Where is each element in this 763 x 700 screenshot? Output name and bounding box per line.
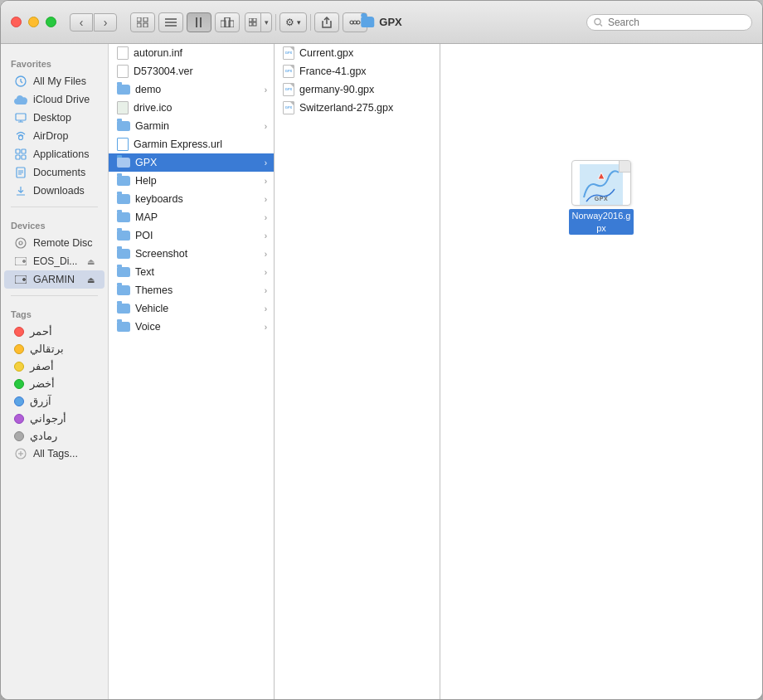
list-item-gpx[interactable]: GPX › xyxy=(109,153,274,172)
view-cover-button[interactable] xyxy=(215,12,240,32)
sidebar-tag-blue[interactable]: آزرق xyxy=(4,392,104,410)
desktop-icon xyxy=(14,111,27,124)
sidebar-item-label: Applications xyxy=(33,148,89,160)
search-input[interactable] xyxy=(608,17,745,28)
sidebar-tag-red[interactable]: أحمر xyxy=(4,323,104,340)
nav-buttons: ‹ › xyxy=(70,13,117,32)
eject-icon[interactable]: ⏏ xyxy=(87,257,95,266)
sidebar-tag-gray[interactable]: رمادي xyxy=(4,427,104,445)
svg-point-35 xyxy=(16,238,26,248)
back-button[interactable]: ‹ xyxy=(70,13,93,32)
list-item[interactable]: Screenshot › xyxy=(109,245,274,263)
folder-icon xyxy=(117,267,130,277)
list-item[interactable]: Garmin Express.url xyxy=(109,135,274,153)
svg-rect-13 xyxy=(253,18,256,22)
list-item[interactable]: drive.ico xyxy=(109,99,274,117)
chevron-right-icon: › xyxy=(265,177,267,186)
folder-icon-gpx xyxy=(117,158,130,168)
svg-rect-3 xyxy=(143,23,148,27)
view-icon-button[interactable] xyxy=(130,12,155,32)
list-item[interactable]: Garmin › xyxy=(109,117,274,135)
svg-rect-1 xyxy=(143,17,148,22)
file-icon xyxy=(117,101,129,114)
gpx-file-icon: GPX xyxy=(283,101,294,114)
list-item[interactable]: autorun.inf xyxy=(109,44,274,62)
sidebar-tag-green[interactable]: أخضر xyxy=(4,375,104,392)
red-tag-dot xyxy=(14,327,24,337)
sidebar-item-label: Documents xyxy=(33,167,85,178)
tag-label: برتقالي xyxy=(30,343,64,355)
sidebar-item-remote-disc[interactable]: Remote Disc xyxy=(4,234,104,252)
search-box[interactable] xyxy=(586,14,752,31)
item-label: Garmin Express.url xyxy=(134,139,222,150)
item-label: Themes xyxy=(135,284,173,296)
view-gallery-button[interactable] xyxy=(245,12,261,32)
sidebar-item-airdrop[interactable]: AirDrop xyxy=(4,127,104,145)
view-dropdown-button[interactable]: ▾ xyxy=(260,12,272,32)
svg-rect-28 xyxy=(16,155,20,159)
sidebar-tag-yellow[interactable]: أصفر xyxy=(4,357,104,375)
gpx-file-icon: GPX xyxy=(283,83,294,96)
list-item[interactable]: POI › xyxy=(109,226,274,245)
item-label: Help xyxy=(135,175,157,187)
list-item[interactable]: keyboards › xyxy=(109,190,274,208)
list-item[interactable]: Themes › xyxy=(109,281,274,299)
list-item[interactable]: Voice › xyxy=(109,318,274,336)
item-label: keyboards xyxy=(135,193,183,205)
folder-icon xyxy=(361,17,374,27)
sidebar-item-eos-di[interactable]: EOS_Di... ⏏ xyxy=(4,252,104,270)
chevron-right-icon: › xyxy=(265,268,267,277)
sidebar-tag-orange[interactable]: برتقالي xyxy=(4,340,104,357)
list-item-gpx-file[interactable]: GPX Current.gpx xyxy=(275,44,440,62)
item-label: GPX xyxy=(135,157,157,168)
list-item-gpx-file[interactable]: GPX France-41.gpx xyxy=(275,62,440,80)
item-label: drive.ico xyxy=(134,102,173,114)
item-label: germany-90.gpx xyxy=(299,84,374,95)
list-item-gpx-file[interactable]: GPX germany-90.gpx xyxy=(275,80,440,99)
folder-icon xyxy=(117,304,130,314)
list-item[interactable]: Text › xyxy=(109,263,274,281)
sidebar-item-all-my-files[interactable]: All My Files xyxy=(4,72,104,90)
sidebar-item-documents[interactable]: Documents xyxy=(4,163,104,182)
sidebar-item-downloads[interactable]: Downloads xyxy=(4,182,104,200)
window-title: GPX xyxy=(361,16,401,28)
file-preview[interactable]: GPX Norway2016.g px xyxy=(568,160,634,235)
gear-button[interactable]: ⚙ ▾ xyxy=(279,12,307,32)
list-item-gpx-file[interactable]: GPX Switzerland-275.gpx xyxy=(275,99,440,117)
sidebar-item-garmin[interactable]: GARMIN ⏏ xyxy=(4,270,104,289)
minimize-button[interactable] xyxy=(28,17,39,27)
sidebar-divider2 xyxy=(11,295,98,296)
list-item[interactable]: Help › xyxy=(109,172,274,190)
sidebar-item-label: AirDrop xyxy=(33,130,68,142)
maximize-button[interactable] xyxy=(46,17,56,27)
sidebar-tag-all[interactable]: All Tags... xyxy=(4,445,104,463)
close-button[interactable] xyxy=(11,17,22,27)
item-label: MAP xyxy=(135,211,158,223)
list-item[interactable]: MAP › xyxy=(109,208,274,226)
all-tags-icon xyxy=(14,447,27,460)
view-list-button[interactable] xyxy=(158,12,183,32)
file-type-label: GPX xyxy=(595,196,608,202)
svg-rect-12 xyxy=(249,18,252,22)
sidebar-item-icloud[interactable]: iCloud Drive xyxy=(4,90,104,109)
list-item[interactable]: demo › xyxy=(109,80,274,99)
sidebar-tag-purple[interactable]: أرجواني xyxy=(4,410,104,427)
file-corner xyxy=(619,161,630,173)
svg-rect-2 xyxy=(137,23,141,27)
traffic-lights xyxy=(11,17,56,27)
forward-button[interactable]: › xyxy=(94,13,117,32)
gpx-badge: GPX xyxy=(285,70,292,73)
sidebar-item-applications[interactable]: Applications xyxy=(4,145,104,163)
finder-window: ‹ › ▾ ⚙ ▾ xyxy=(0,0,763,700)
svg-rect-15 xyxy=(253,22,256,26)
list-item[interactable]: Vehicle › xyxy=(109,299,274,318)
item-label: autorun.inf xyxy=(134,47,182,59)
eject-icon2[interactable]: ⏏ xyxy=(87,275,95,284)
list-item[interactable]: D573004.ver xyxy=(109,62,274,80)
item-label: POI xyxy=(135,230,153,241)
sidebar-item-desktop[interactable]: Desktop xyxy=(4,109,104,127)
share-button[interactable] xyxy=(314,12,339,32)
file-icon-image: GPX xyxy=(571,160,631,206)
cloud-icon xyxy=(14,93,27,106)
view-column-button[interactable] xyxy=(187,12,211,32)
